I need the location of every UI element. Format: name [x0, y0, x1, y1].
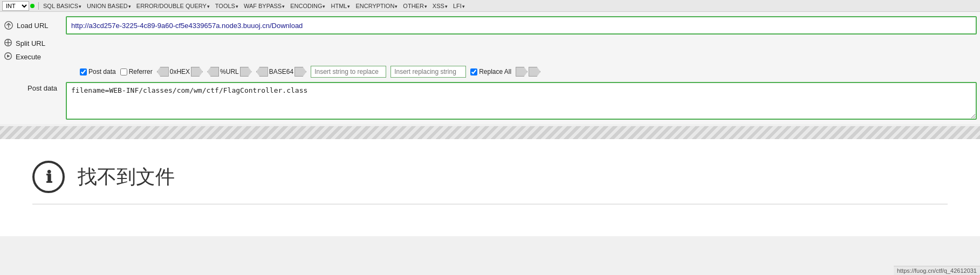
base64-arrow-btn[interactable]: BASE64: [256, 67, 306, 77]
post-data-checkbox-label[interactable]: Post data: [80, 68, 116, 75]
hex-arrow-btn[interactable]: 0xHEX: [157, 67, 203, 77]
referrer-option-label: Referrer: [129, 68, 153, 75]
load-url-row: Load URL: [0, 14, 980, 37]
load-url-icon: [3, 20, 14, 31]
replace-all-checkbox[interactable]: [470, 68, 477, 75]
url-input[interactable]: [66, 16, 977, 35]
replace-all-checkbox-label[interactable]: Replace All: [470, 68, 511, 75]
load-url-label-container: Load URL: [3, 20, 63, 31]
int-select[interactable]: INT: [2, 1, 29, 11]
post-data-checkbox[interactable]: [80, 68, 87, 75]
toolbar-waf-bypass[interactable]: WAF BYPASS: [242, 2, 287, 10]
stripe-divider: [0, 126, 980, 139]
svg-marker-6: [7, 54, 10, 57]
insert-replacing-string-input[interactable]: [390, 66, 466, 78]
toolbar-encoding[interactable]: ENCODING: [288, 2, 327, 10]
toolbar-html[interactable]: HTML: [328, 2, 352, 10]
hex-label: 0xHEX: [169, 68, 191, 75]
toolbar-other[interactable]: OTHER: [401, 2, 429, 10]
insert-string-to-replace-input[interactable]: [311, 66, 386, 78]
green-dot-icon: [30, 4, 35, 8]
toolbar-error-double[interactable]: ERROR/DOUBLE QUERY: [134, 2, 212, 10]
url-arrow-left[interactable]: [207, 67, 219, 77]
hex-arrow-right[interactable]: [191, 67, 203, 77]
execute-label: Execute: [16, 53, 41, 61]
options-row: Post data Referrer 0xHEX %URL BASE64 Rep…: [0, 64, 980, 80]
error-divider: [32, 204, 948, 204]
postdata-label: Post data: [3, 82, 63, 92]
base64-arrow-right[interactable]: [294, 67, 306, 77]
postdata-row: Post data filename=WEB-INF/classes/com/w…: [0, 80, 980, 122]
info-circle-icon: ℹ: [32, 161, 65, 193]
split-url-row: Split URL: [0, 37, 980, 50]
referrer-checkbox-label[interactable]: Referrer: [120, 68, 153, 75]
replace-arrow-right[interactable]: [516, 67, 527, 77]
split-url-label-container: Split URL: [3, 38, 63, 49]
replace-arrow-right2[interactable]: [529, 67, 540, 77]
main-panel: Load URL Split URL: [0, 12, 980, 124]
split-url-label: Split URL: [16, 39, 45, 47]
toolbar-encryption[interactable]: ENCRYPTION: [353, 2, 400, 10]
toolbar-sql-basics[interactable]: SQL BASICS: [41, 2, 84, 10]
toolbar-lfi[interactable]: LFI: [451, 2, 467, 10]
url-arrow-btn[interactable]: %URL: [207, 67, 252, 77]
post-data-option-label: Post data: [88, 68, 116, 75]
load-url-label: Load URL: [17, 22, 49, 30]
url-encode-label: %URL: [219, 68, 240, 75]
referrer-checkbox[interactable]: [120, 68, 127, 75]
base64-label: BASE64: [268, 68, 294, 75]
execute-row: Execute: [0, 50, 980, 64]
execute-icon: [3, 51, 13, 63]
url-arrow-right[interactable]: [240, 67, 252, 77]
replace-arrow-btn[interactable]: [516, 67, 540, 77]
error-page: ℹ 找不到文件: [0, 139, 980, 236]
toolbar: INT SQL BASICS UNION BASED ERROR/DOUBLE …: [0, 0, 980, 12]
execute-label-container: Execute: [3, 51, 63, 63]
toolbar-xss[interactable]: XSS: [430, 2, 450, 10]
split-url-icon: [3, 38, 13, 49]
toolbar-separator: [38, 2, 39, 10]
error-message: 找不到文件: [78, 164, 175, 190]
replace-all-label: Replace All: [479, 68, 511, 75]
hex-arrow-left[interactable]: [157, 67, 169, 77]
info-i-text: ℹ: [46, 168, 52, 187]
base64-arrow-left[interactable]: [256, 67, 268, 77]
error-content: ℹ 找不到文件: [32, 161, 175, 193]
postdata-textarea[interactable]: filename=WEB-INF/classes/com/wm/ctf/Flag…: [66, 82, 977, 120]
toolbar-tools[interactable]: TOOLS: [213, 2, 241, 10]
toolbar-union-based[interactable]: UNION BASED: [85, 2, 133, 10]
